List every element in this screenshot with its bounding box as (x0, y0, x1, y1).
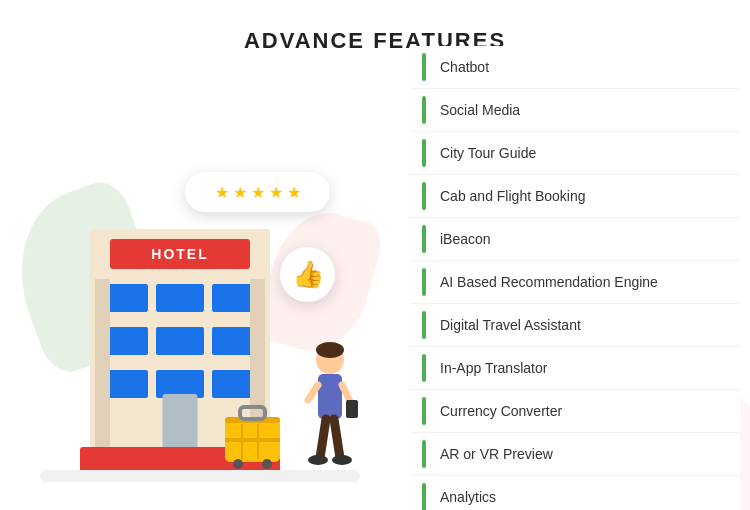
features-container: ChatbotSocial MediaCity Tour GuideCab an… (410, 46, 740, 510)
feature-item-cab-flight: Cab and Flight Booking (410, 175, 740, 218)
feature-accent-ibeacon (422, 225, 426, 253)
feature-accent-currency (422, 397, 426, 425)
hotel-door (163, 394, 198, 449)
feature-accent-social-media (422, 96, 426, 124)
feature-label-chatbot: Chatbot (440, 59, 489, 75)
thumbs-up-bubble: 👍 (280, 247, 335, 302)
svg-point-8 (308, 455, 328, 465)
windows-row-2 (100, 327, 260, 355)
feature-label-currency: Currency Converter (440, 403, 562, 419)
svg-rect-2 (318, 374, 342, 419)
feature-accent-ar-vr (422, 440, 426, 468)
feature-label-ai-recommend: AI Based Recommendation Engine (440, 274, 658, 290)
svg-rect-13 (240, 407, 265, 419)
feature-label-ar-vr: AR or VR Preview (440, 446, 553, 462)
feature-accent-city-tour (422, 139, 426, 167)
feature-item-social-media: Social Media (410, 89, 740, 132)
feature-label-travel-assistant: Digital Travel Assistant (440, 317, 581, 333)
svg-line-7 (334, 419, 340, 458)
feature-label-social-media: Social Media (440, 102, 520, 118)
svg-point-1 (316, 342, 344, 358)
rating-card: ★ ★ ★ ★ ★ (185, 172, 330, 212)
illustration-area: ★ ★ ★ ★ ★ 👍 HOTEL (0, 72, 400, 492)
feature-label-in-app-translator: In-App Translator (440, 360, 547, 376)
svg-point-14 (233, 459, 243, 469)
feature-item-chatbot: Chatbot (410, 46, 740, 89)
feature-item-ibeacon: iBeacon (410, 218, 740, 261)
feature-label-ibeacon: iBeacon (440, 231, 491, 247)
luggage-illustration (220, 402, 295, 472)
feature-accent-chatbot (422, 53, 426, 81)
feature-item-currency: Currency Converter (410, 390, 740, 433)
windows-row-1 (100, 284, 260, 312)
feature-accent-cab-flight (422, 182, 426, 210)
thumbs-up-icon: 👍 (292, 259, 324, 290)
feature-accent-ai-recommend (422, 268, 426, 296)
feature-label-cab-flight: Cab and Flight Booking (440, 188, 586, 204)
svg-rect-12 (225, 438, 280, 442)
feature-item-in-app-translator: In-App Translator (410, 347, 740, 390)
feature-accent-analytics (422, 483, 426, 510)
star-5: ★ (287, 183, 301, 202)
star-3: ★ (251, 183, 265, 202)
svg-line-6 (320, 419, 326, 458)
feature-item-ar-vr: AR or VR Preview (410, 433, 740, 476)
feature-label-analytics: Analytics (440, 489, 496, 505)
feature-item-ai-recommend: AI Based Recommendation Engine (410, 261, 740, 304)
pillar-left (95, 279, 110, 449)
star-2: ★ (233, 183, 247, 202)
main-content: ★ ★ ★ ★ ★ 👍 HOTEL (0, 72, 750, 492)
svg-point-15 (262, 459, 272, 469)
window (156, 284, 204, 312)
ground (40, 470, 360, 482)
hotel-sign: HOTEL (110, 239, 250, 269)
features-list: ChatbotSocial MediaCity Tour GuideCab an… (400, 72, 740, 492)
svg-rect-4 (346, 400, 358, 418)
window (156, 327, 204, 355)
hotel-scene: ★ ★ ★ ★ ★ 👍 HOTEL (30, 132, 370, 482)
feature-accent-in-app-translator (422, 354, 426, 382)
star-1: ★ (215, 183, 229, 202)
feature-label-city-tour: City Tour Guide (440, 145, 536, 161)
svg-point-9 (332, 455, 352, 465)
svg-line-5 (308, 385, 318, 400)
feature-accent-travel-assistant (422, 311, 426, 339)
star-4: ★ (269, 183, 283, 202)
feature-item-analytics: Analytics (410, 476, 740, 510)
person-illustration (290, 340, 360, 470)
feature-item-city-tour: City Tour Guide (410, 132, 740, 175)
feature-item-travel-assistant: Digital Travel Assistant (410, 304, 740, 347)
